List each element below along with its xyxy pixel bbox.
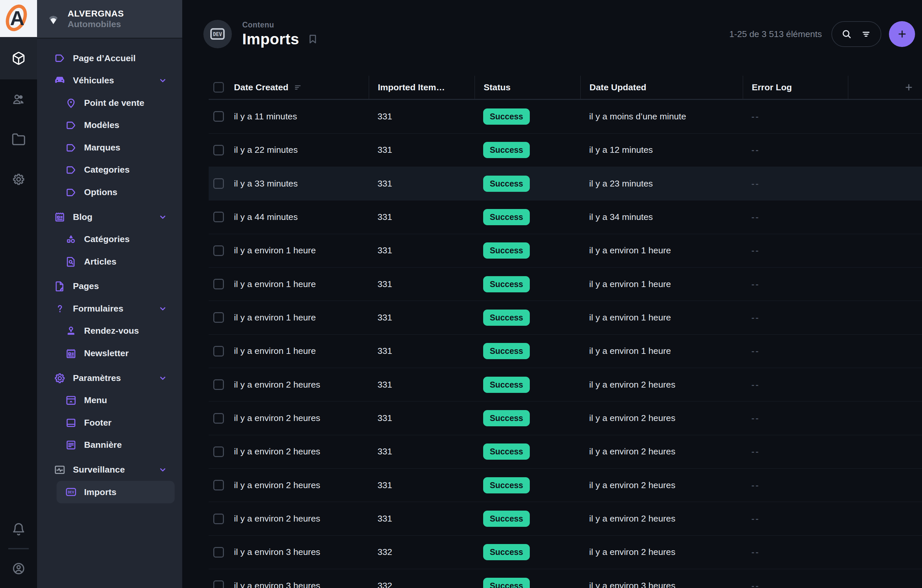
add-item-button[interactable] [889, 21, 915, 47]
sidebar-item-page-d-accueil[interactable]: Page d’Accueil [42, 47, 175, 69]
row-checkbox[interactable] [213, 212, 224, 222]
sidebar-item-rendez-vous[interactable]: Rendez-vous [57, 320, 175, 342]
sidebar-item-pages[interactable]: Pages [42, 275, 175, 298]
module-files-button[interactable] [0, 119, 37, 159]
cell-extra [848, 301, 922, 334]
filter-icon[interactable] [860, 28, 872, 40]
table-row[interactable]: il y a 11 minutes331Successil y a moins … [209, 100, 922, 133]
table-row[interactable]: il y a environ 1 heure331Successil y a e… [209, 234, 922, 268]
folder-icon [11, 132, 26, 147]
sidebar-item-options[interactable]: Options [57, 181, 175, 204]
cell-error-log: -- [743, 134, 848, 167]
module-settings-button[interactable] [0, 159, 37, 199]
row-checkbox[interactable] [213, 111, 224, 122]
checkbox-cell [209, 536, 234, 569]
breadcrumb[interactable]: Contenu [242, 21, 319, 29]
bookmark-icon[interactable] [307, 33, 319, 45]
chevron-down-icon [158, 212, 168, 222]
row-checkbox[interactable] [213, 279, 224, 289]
table-row[interactable]: il y a environ 2 heures331Successil y a … [209, 502, 922, 536]
row-checkbox[interactable] [213, 413, 224, 424]
module-bar-modules [0, 37, 37, 199]
sidebar-item-imports[interactable]: DEVImports [57, 481, 175, 503]
app-logo[interactable]: A [0, 0, 37, 37]
sidebar-item-point-de-vente[interactable]: Point de vente [57, 91, 175, 114]
cell-extra [848, 569, 922, 588]
checkbox-cell [209, 301, 234, 334]
column-header-date-created[interactable]: Date Created [234, 76, 369, 99]
column-header-imported-items[interactable]: Imported Item… [369, 76, 474, 99]
cell-status: Success [474, 335, 580, 368]
sidebar-item-newsletter[interactable]: Newsletter [57, 342, 175, 365]
sidebar-item-footer[interactable]: Footer [57, 412, 175, 434]
cell-error-log: -- [743, 502, 848, 535]
cell-extra [848, 201, 922, 234]
sidebar-item-categories[interactable]: Categories [57, 159, 175, 181]
module-users-button[interactable] [0, 79, 37, 119]
cell-error-log: -- [743, 301, 848, 334]
table-row[interactable]: il y a environ 3 heures332Successil y a … [209, 536, 922, 569]
row-checkbox[interactable] [213, 312, 224, 323]
row-checkbox[interactable] [213, 446, 224, 457]
add-column-icon[interactable] [904, 82, 914, 92]
sidebar-item-vehicules[interactable]: Véhicules [42, 69, 175, 92]
main-content: DEV Contenu Imports 1-25 de 3 513 élémen… [182, 0, 922, 588]
cell-date-updated: il y a 12 minutes [580, 134, 743, 167]
checkbox-cell [209, 502, 234, 535]
project-logo-icon [46, 12, 60, 26]
row-checkbox[interactable] [213, 379, 224, 390]
column-header-status[interactable]: Status [474, 76, 580, 99]
row-checkbox[interactable] [213, 145, 224, 155]
table-row[interactable]: il y a environ 2 heures331Successil y a … [209, 469, 922, 502]
sidebar-item-articles[interactable]: Articles [57, 250, 175, 273]
sidebar-item-parametres[interactable]: Paramètres [42, 367, 175, 389]
column-header-date-updated[interactable]: Date Updated [580, 76, 743, 99]
chevron-down-icon [158, 373, 168, 383]
sidebar-item-surveillance[interactable]: Surveillance [42, 459, 175, 481]
sidebar-item-menu[interactable]: Menu [57, 389, 175, 412]
module-content-button[interactable] [0, 37, 37, 79]
table-row[interactable]: il y a environ 3 heures332Successil y a … [209, 569, 922, 588]
table-row[interactable]: il y a environ 1 heure331Successil y a e… [209, 301, 922, 334]
sidebar-item-marques[interactable]: Marques [57, 136, 175, 159]
select-all-checkbox[interactable] [213, 82, 224, 93]
select-all-cell [209, 76, 234, 99]
row-checkbox[interactable] [213, 580, 224, 588]
cell-date-created: il y a environ 2 heures [234, 402, 369, 434]
cell-imported-items: 331 [369, 167, 474, 200]
sidebar-item-label: Rendez-vous [84, 326, 139, 336]
table-row[interactable]: il y a environ 2 heures331Successil y a … [209, 435, 922, 469]
sidebar-item-categories[interactable]: Catégories [57, 228, 175, 251]
table-row[interactable]: il y a environ 1 heure331Successil y a e… [209, 335, 922, 368]
sidebar-item-blog[interactable]: Blog [42, 206, 175, 228]
table-row[interactable]: il y a environ 2 heures331Successil y a … [209, 402, 922, 435]
search-icon[interactable] [841, 28, 853, 40]
collection-icon-button[interactable]: DEV [203, 20, 232, 48]
sidebar-item-modeles[interactable]: Modèles [57, 114, 175, 137]
row-checkbox[interactable] [213, 547, 224, 558]
row-checkbox[interactable] [213, 245, 224, 256]
project-header[interactable]: ALVERGNAS Automobiles [37, 0, 182, 39]
sidebar-item-formulaires[interactable]: Formulaires [42, 298, 175, 320]
cell-error-log: -- [743, 201, 848, 234]
row-checkbox[interactable] [213, 480, 224, 490]
row-checkbox[interactable] [213, 514, 224, 524]
column-header-error-log[interactable]: Error Log [743, 76, 848, 99]
cell-date-updated: il y a environ 1 heure [580, 301, 743, 334]
row-checkbox[interactable] [213, 178, 224, 189]
row-checkbox[interactable] [213, 346, 224, 356]
account-button[interactable] [0, 550, 37, 587]
status-badge: Success [483, 544, 530, 560]
notifications-button[interactable] [0, 511, 37, 547]
cell-extra [848, 502, 922, 535]
table-row[interactable]: il y a environ 1 heure331Successil y a e… [209, 268, 922, 301]
table-row[interactable]: il y a 22 minutes331Successil y a 12 min… [209, 134, 922, 167]
cell-date-updated: il y a environ 2 heures [580, 536, 743, 569]
table-row[interactable]: il y a 44 minutes331Successil y a 34 min… [209, 201, 922, 234]
table-row[interactable]: il y a environ 2 heures331Successil y a … [209, 368, 922, 402]
imports-table: Date Created Imported Item… Status Date … [209, 76, 922, 588]
sidebar-item-banniere[interactable]: Bannière [57, 434, 175, 456]
table-row[interactable]: il y a 33 minutes331Successil y a 23 min… [209, 167, 922, 201]
cell-imported-items: 331 [369, 435, 474, 468]
chevron-down-icon [158, 304, 168, 314]
